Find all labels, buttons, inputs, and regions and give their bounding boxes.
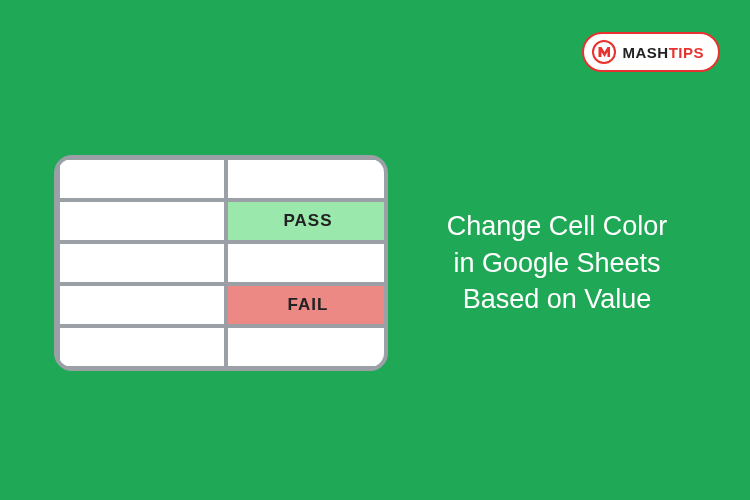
cell-b4-fail: FAIL: [228, 286, 388, 324]
cell-b1: [228, 160, 388, 198]
content-row: PASS FAIL Change Cell Color in Google Sh…: [54, 155, 702, 371]
cell-b5: [228, 328, 388, 366]
cell-a1: [60, 160, 224, 198]
brand-logo: MASHTIPS: [582, 32, 720, 72]
cell-a5: [60, 328, 224, 366]
headline-text: Change Cell Color in Google Sheets Based…: [412, 208, 702, 317]
logo-text: MASHTIPS: [622, 44, 704, 61]
cell-a3: [60, 244, 224, 282]
spreadsheet-table: PASS FAIL: [54, 155, 388, 371]
logo-text-right: TIPS: [669, 44, 704, 61]
cell-b2-pass: PASS: [228, 202, 388, 240]
headline-line-2: in Google Sheets: [412, 245, 702, 281]
headline-line-1: Change Cell Color: [412, 208, 702, 244]
headline-line-3: Based on Value: [412, 281, 702, 317]
cell-a4: [60, 286, 224, 324]
cell-b3: [228, 244, 388, 282]
logo-m-icon: [592, 40, 616, 64]
spreadsheet-grid: PASS FAIL: [60, 160, 382, 366]
cell-a2: [60, 202, 224, 240]
logo-text-left: MASH: [622, 44, 668, 61]
